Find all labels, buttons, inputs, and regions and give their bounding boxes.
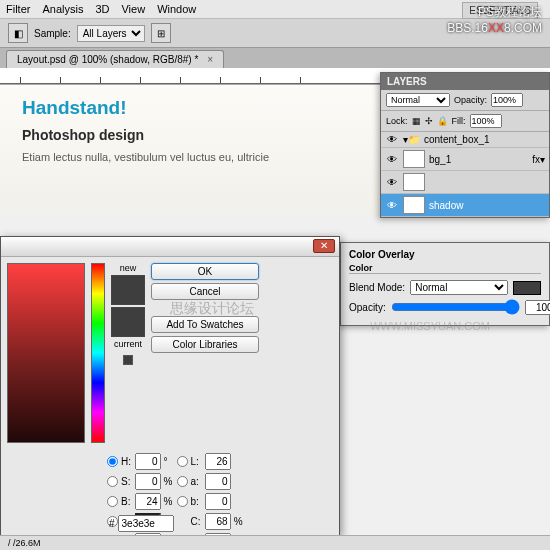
menu-view[interactable]: View [121,3,145,15]
layer-row[interactable]: 👁 bg_1 fx▾ [381,148,549,171]
opacity-label: Opacity: [454,95,487,105]
overlay-opacity-slider[interactable] [391,299,520,315]
watermark-mid: 思缘设计论坛 [170,300,254,318]
watermark-top: PS教程论坛 BBS.16XX8.COM [447,4,542,35]
menu-analysis[interactable]: Analysis [42,3,83,15]
websafe-swatch[interactable] [123,355,133,365]
status-bar: / /26.6M [0,535,550,550]
menu-filter[interactable]: Filter [6,3,30,15]
visibility-icon[interactable]: 👁 [385,134,399,145]
overlay-opacity-label: Opacity: [349,302,386,313]
layer-name: shadow [429,200,463,211]
fx-icon[interactable]: fx▾ [532,154,545,165]
visibility-icon[interactable]: 👁 [385,177,399,188]
b-radio[interactable] [107,496,118,507]
tab-label: Layout.psd @ 100% (shadow, RGB/8#) * [17,54,198,65]
color-overlay-panel: Color Overlay Color Blend Mode: Normal O… [340,242,550,326]
a-radio[interactable] [177,476,188,487]
h-label: H: [121,456,132,467]
layer-row[interactable]: 👁 [381,171,549,194]
s-unit: % [164,476,174,487]
layer-row[interactable]: 👁 ▾📁 content_box_1 [381,132,549,148]
color-libraries-button[interactable]: Color Libraries [151,336,259,353]
l-label: L: [191,456,202,467]
menu-3d[interactable]: 3D [95,3,109,15]
h-radio[interactable] [107,456,118,467]
document-tab[interactable]: Layout.psd @ 100% (shadow, RGB/8#) * × [6,50,224,68]
visibility-icon[interactable]: 👁 [385,200,399,211]
overlay-opacity-field[interactable] [525,300,550,315]
b2-label: b: [191,496,202,507]
add-swatches-button[interactable]: Add To Swatches [151,316,259,333]
ok-button[interactable]: OK [151,263,259,280]
lock-pixels-icon[interactable]: ▦ [412,116,421,126]
current-color-swatch [111,307,145,337]
close-icon[interactable]: × [207,54,213,65]
c-field[interactable] [205,513,231,530]
h-field[interactable] [135,453,161,470]
current-label: current [114,339,142,349]
opacity-field[interactable] [491,93,523,107]
overlay-section: Color [349,263,541,274]
s-radio[interactable] [107,476,118,487]
new-color-swatch [111,275,145,305]
blend-mode-select[interactable]: Normal [386,93,450,107]
eyedropper-icon[interactable]: ◧ [8,23,28,43]
h-unit: ° [164,456,174,467]
layer-thumb [403,150,425,168]
layer-thumb [403,173,425,191]
b-label: B: [121,496,132,507]
document-tabs: Layout.psd @ 100% (shadow, RGB/8#) * × [0,48,550,68]
b-field[interactable] [135,493,161,510]
layers-panel: LAYERS Normal Opacity: Lock: ▦ ✢ 🔒 Fill:… [380,72,550,218]
hue-slider[interactable] [91,263,105,443]
layer-name: bg_1 [429,154,451,165]
c-unit: % [234,516,244,527]
watermark-url: WWW.MISSYUAN.COM [370,320,490,332]
menu-window[interactable]: Window [157,3,196,15]
hex-label: # [109,518,115,529]
lock-position-icon[interactable]: ✢ [425,116,433,126]
new-label: new [120,263,137,273]
layer-name: content_box_1 [424,134,490,145]
color-picker-dialog: ✕ new current OK Cancel Add To Swatches … [0,236,340,536]
s-field[interactable] [135,473,161,490]
close-button[interactable]: ✕ [313,239,335,253]
overlay-color-swatch[interactable] [513,281,541,295]
sample-label: Sample: [34,28,71,39]
cancel-button[interactable]: Cancel [151,283,259,300]
layers-header[interactable]: LAYERS [381,73,549,90]
a-field[interactable] [205,473,231,490]
color-field[interactable] [7,263,85,443]
c-label: C: [191,516,202,527]
b-unit: % [164,496,174,507]
layer-row-selected[interactable]: 👁 shadow [381,194,549,217]
l-field[interactable] [205,453,231,470]
folder-icon: ▾📁 [403,134,420,145]
b2-radio[interactable] [177,496,188,507]
lock-label: Lock: [386,116,408,126]
s-label: S: [121,476,132,487]
a-label: a: [191,476,202,487]
layer-thumb [403,196,425,214]
dialog-titlebar[interactable]: ✕ [1,237,339,257]
sample-select[interactable]: All Layers [77,25,145,42]
blend-mode-label: Blend Mode: [349,282,405,293]
overlay-blend-select[interactable]: Normal [410,280,508,295]
l-radio[interactable] [177,456,188,467]
fill-label: Fill: [452,116,466,126]
fill-field[interactable] [470,114,502,128]
option-icon[interactable]: ⊞ [151,23,171,43]
visibility-icon[interactable]: 👁 [385,154,399,165]
lock-all-icon[interactable]: 🔒 [437,116,448,126]
b2-field[interactable] [205,493,231,510]
overlay-title: Color Overlay [349,249,541,260]
hex-field[interactable] [118,515,174,532]
